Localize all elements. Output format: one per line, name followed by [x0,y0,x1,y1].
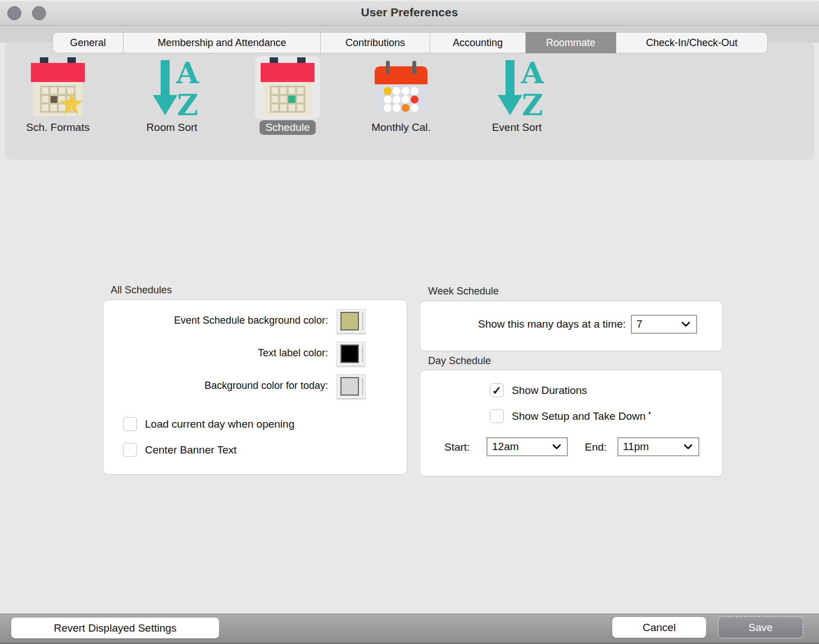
day-schedule-group: ✓ Show Durations Show Setup and Take Dow… [420,370,723,477]
color-well-strip [362,345,363,362]
all-schedules-group-title: All Schedules [111,284,172,296]
load-current-day-row: Load current day when opening [123,417,294,431]
tab-roommate[interactable]: Roommate [526,32,616,53]
tab-contributions[interactable]: Contributions [321,32,430,53]
svg-text:A: A [521,58,544,90]
toolbar-item-sch-formats[interactable]: Sch. Formats [1,56,115,135]
show-setup-takedown-row: Show Setup and Take Down [490,409,650,423]
color-swatch [340,312,359,330]
monthly-calendar-icon [368,56,434,119]
cancel-button[interactable]: Cancel [612,617,706,638]
save-button[interactable]: Save [718,616,803,638]
truncated-text-fragment [649,412,650,414]
color-well-strip [362,312,363,330]
text-label-color-label: Text label color: [258,347,328,359]
preference-tabs: General Membership and Attendance Contri… [52,32,768,53]
toolbar-item-room-sort[interactable]: A Z Room Sort [115,56,229,135]
text-label-color-row: Text label color: [103,342,407,366]
toolbar-item-monthly-cal[interactable]: Monthly Cal. [344,56,458,135]
toolbar-label-sch-formats: Sch. Formats [21,120,95,135]
toolbar-item-event-sort[interactable]: A Z Event Sort [459,56,574,135]
event-schedule-bg-color-label: Event Schedule background color: [174,315,328,326]
color-swatch [340,344,359,363]
color-swatch [340,377,359,396]
week-schedule-group-title: Week Schedule [428,285,499,297]
user-preferences-window: User Preferences General Membership and … [0,0,819,644]
today-bg-color-label: Background color for today: [204,380,328,392]
az-sort-icon: A Z [139,56,204,119]
today-bg-color-row: Background color for today: [103,374,407,399]
az-sort-icon: A Z [484,56,549,119]
end-time-select[interactable]: 11pm [617,437,699,456]
show-durations-row: ✓ Show Durations [490,383,587,397]
show-durations-label: Show Durations [512,384,587,397]
today-bg-color-well[interactable] [336,374,366,399]
show-durations-checkbox[interactable]: ✓ [490,383,504,397]
load-current-day-checkbox[interactable] [123,417,137,431]
calendar-day-icon [255,56,320,119]
footer-bar: Revert Displayed Settings Cancel Save [0,614,819,644]
days-at-a-time-select[interactable]: 7 [631,315,697,334]
center-banner-text-row: Center Banner Text [123,443,236,457]
tab-general[interactable]: General [52,32,124,53]
all-schedules-group: Event Schedule background color: Text la… [103,300,407,475]
week-schedule-group: Show this many days at a time: 7 [420,301,723,351]
toolbar-label-event-sort: Event Sort [486,120,548,135]
title-bar: User Preferences [0,0,819,26]
chevron-down-icon [684,444,693,450]
text-label-color-well[interactable] [336,342,366,366]
end-time-value: 11pm [623,441,684,453]
event-schedule-bg-color-row: Event Schedule background color: [103,309,407,334]
toolbar-label-schedule: Schedule [260,120,315,135]
calendar-star-icon [25,56,90,119]
event-schedule-bg-color-well[interactable] [336,309,366,334]
window-title: User Preferences [0,6,819,19]
day-schedule-group-title: Day Schedule [428,355,491,367]
start-label: Start: [444,441,470,453]
tab-accounting[interactable]: Accounting [430,32,526,53]
tab-membership-and-attendance[interactable]: Membership and Attendance [124,32,321,53]
show-setup-takedown-label: Show Setup and Take Down [512,410,650,423]
svg-text:A: A [176,58,199,90]
days-at-a-time-value: 7 [636,318,681,330]
toolbar-label-room-sort: Room Sort [141,120,203,135]
toolbar-label-monthly-cal: Monthly Cal. [366,120,436,135]
start-time-select[interactable]: 12am [486,437,568,456]
chevron-down-icon [552,444,561,450]
color-well-strip [362,378,363,395]
center-banner-text-checkbox[interactable] [123,443,137,457]
load-current-day-label: Load current day when opening [145,418,294,430]
show-setup-takedown-checkbox[interactable] [490,409,504,423]
toolbar-item-schedule[interactable]: Schedule [230,56,345,135]
end-label: End: [585,441,607,453]
center-banner-text-label: Center Banner Text [145,444,236,456]
days-at-a-time-label: Show this many days at a time: [478,318,626,330]
revert-displayed-settings-button[interactable]: Revert Displayed Settings [11,618,219,638]
chevron-down-icon [681,321,690,327]
svg-text:Z: Z [522,88,543,117]
start-time-value: 12am [492,441,552,453]
tab-check-in-check-out[interactable]: Check-In/Check-Out [616,32,768,53]
svg-text:Z: Z [177,88,198,117]
